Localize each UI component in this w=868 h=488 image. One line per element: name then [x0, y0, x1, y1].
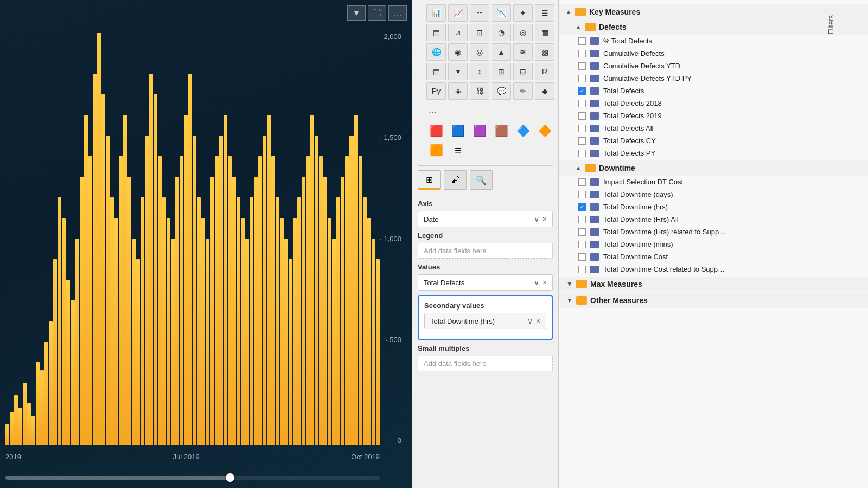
chart-edit-icon[interactable]: ✏: [513, 82, 533, 100]
checkbox-total-defects-all[interactable]: [578, 125, 586, 132]
chart-grid-icon[interactable]: ⊞: [492, 63, 511, 80]
chart-link-icon[interactable]: ⛓: [470, 82, 489, 100]
checkbox-total-defects-2019[interactable]: [578, 112, 586, 120]
checkbox-total-downtime-hrs-all[interactable]: [578, 216, 586, 223]
more-button[interactable]: …: [388, 5, 407, 21]
chart-slider-handle[interactable]: [226, 473, 234, 482]
vis-type-1[interactable]: 🟥: [426, 122, 446, 139]
vis-format-icon[interactable]: ≡: [448, 142, 468, 159]
item-cumulative-defects[interactable]: Cumulative Defects: [559, 47, 868, 60]
chart-table-icon[interactable]: ▤: [426, 63, 446, 80]
label-total-downtime-hrs-all: Total Downtime (Hrs) All: [603, 215, 679, 223]
tree-header-key-measures[interactable]: ▲ Key Measures: [559, 4, 868, 20]
checkbox-total-downtime-cost-supp[interactable]: [578, 266, 586, 273]
checkbox-total-downtime-days[interactable]: [578, 191, 586, 198]
vis-type-7[interactable]: 🟧: [426, 142, 446, 159]
tree-header-max-measures[interactable]: ▼ Max Measures: [559, 277, 868, 292]
tab-fields[interactable]: ⊞: [418, 170, 441, 190]
chart-stacked-icon[interactable]: ▦: [426, 24, 446, 41]
chart-dot-icon[interactable]: ⊡: [470, 24, 489, 41]
chart-pivot-icon[interactable]: ⊟: [513, 63, 533, 80]
checkbox-total-defects-cy[interactable]: [578, 137, 586, 145]
chart-r-icon[interactable]: R: [535, 63, 554, 80]
vis-type-2[interactable]: 🟦: [448, 122, 468, 139]
tree-header-defects[interactable]: ▲ Defects: [559, 20, 868, 35]
item-total-defects-2019[interactable]: Total Defects 2019: [559, 110, 868, 122]
axis-field[interactable]: Date ∨ ×: [418, 211, 553, 227]
item-total-downtime-cost[interactable]: Total Downtime Cost: [559, 251, 868, 263]
filter-button[interactable]: ▼: [347, 5, 366, 21]
secondary-chevron[interactable]: ∨: [527, 317, 533, 325]
checkbox-total-defects-2018[interactable]: [578, 100, 586, 107]
axis-close[interactable]: ×: [542, 215, 547, 223]
checkbox-total-defects-py[interactable]: [578, 150, 586, 157]
chart-bubble-icon[interactable]: ◉: [448, 43, 468, 61]
checkbox-total-downtime-hrs[interactable]: [578, 203, 586, 211]
chart-decomp-icon[interactable]: ↕: [470, 63, 489, 80]
vis-type-4[interactable]: 🟫: [492, 122, 511, 139]
secondary-values-field[interactable]: Total Downtime (hrs) ∨ ×: [424, 313, 546, 329]
item-total-defects-2018[interactable]: Total Defects 2018: [559, 97, 868, 110]
chart-comment-icon[interactable]: 💬: [492, 82, 511, 100]
item-pct-total-defects[interactable]: % Total Defects: [559, 35, 868, 47]
values-close[interactable]: ×: [542, 278, 547, 287]
checkbox-total-defects[interactable]: [578, 87, 586, 95]
expand-button[interactable]: ⛶: [368, 5, 386, 21]
chart-line-icon[interactable]: 📈: [448, 4, 468, 22]
item-total-downtime-hrs[interactable]: Total Downtime (hrs): [559, 201, 868, 213]
checkbox-total-downtime-cost[interactable]: [578, 253, 586, 261]
chart-scatter-icon[interactable]: ✦: [513, 4, 533, 22]
item-total-defects[interactable]: Total Defects: [559, 85, 868, 97]
checkbox-impact-dt-cost[interactable]: [578, 178, 586, 186]
chart-bar-icon[interactable]: 📊: [426, 4, 446, 22]
chart-gauge-icon[interactable]: ▲: [492, 43, 511, 61]
item-total-defects-cy[interactable]: Total Defects CY: [559, 134, 868, 147]
checkbox-cumulative-defects-ytd-py[interactable]: [578, 75, 586, 82]
checkbox-total-downtime-hrs-supp[interactable]: [578, 228, 586, 236]
item-impact-dt-cost[interactable]: Impact Selection DT Cost: [559, 176, 868, 188]
checkbox-cumulative-defects-ytd[interactable]: [578, 62, 586, 70]
tab-analytics[interactable]: 🔍: [470, 170, 493, 190]
chart-card-icon[interactable]: ▩: [535, 43, 554, 61]
chart-waterfall-icon[interactable]: 📉: [492, 4, 511, 22]
values-chevron[interactable]: ∨: [534, 278, 539, 287]
chart-map-icon[interactable]: 🌐: [426, 43, 446, 61]
chart-donut-icon[interactable]: ◎: [513, 24, 533, 41]
chart-py-icon[interactable]: Py: [426, 82, 446, 100]
axis-chevron[interactable]: ∨: [534, 215, 539, 223]
item-total-defects-py[interactable]: Total Defects PY: [559, 147, 868, 159]
chart-shape-icon[interactable]: ◆: [535, 82, 554, 100]
checkbox-total-downtime-mins[interactable]: [578, 241, 586, 248]
chart-matrix2-icon[interactable]: ▾: [448, 63, 468, 80]
downtime-label: Downtime: [599, 164, 635, 172]
tree-header-downtime[interactable]: ▲ Downtime: [559, 160, 868, 176]
chart-kpi-icon[interactable]: ≋: [513, 43, 533, 61]
chart-treemap-icon[interactable]: ▦: [535, 24, 554, 41]
vis-type-5[interactable]: 🔷: [513, 122, 533, 139]
item-cumulative-defects-ytd-py[interactable]: Cumulative Defects YTD PY: [559, 72, 868, 85]
chart-funnel-icon[interactable]: ⊿: [448, 24, 468, 41]
item-total-downtime-hrs-all[interactable]: Total Downtime (Hrs) All: [559, 213, 868, 226]
chart-area-icon[interactable]: 〰: [470, 4, 489, 22]
item-total-downtime-days[interactable]: Total Downtime (days): [559, 188, 868, 201]
chart-slider[interactable]: [5, 476, 380, 480]
item-cumulative-defects-ytd[interactable]: Cumulative Defects YTD: [559, 60, 868, 72]
chart-bar: [310, 115, 314, 445]
chart-combo-icon[interactable]: ☰: [535, 4, 554, 22]
vis-type-6[interactable]: 🔶: [535, 122, 554, 139]
checkbox-cumulative-defects[interactable]: [578, 50, 586, 57]
chart-matrix-icon[interactable]: ◎: [470, 43, 489, 61]
item-total-downtime-hrs-supp[interactable]: Total Downtime (Hrs) related to Supp…: [559, 226, 868, 238]
item-total-downtime-cost-supp[interactable]: Total Downtime Cost related to Supp…: [559, 263, 868, 275]
chart-pie-icon[interactable]: ◔: [492, 24, 511, 41]
more-icons[interactable]: ...: [426, 102, 439, 118]
item-total-defects-all[interactable]: Total Defects All: [559, 122, 868, 134]
vis-type-3[interactable]: 🟪: [470, 122, 489, 139]
chart-qr-icon[interactable]: ◈: [448, 82, 468, 100]
tree-header-other-measures[interactable]: ▼ Other Measures: [559, 293, 868, 308]
secondary-close[interactable]: ×: [536, 317, 540, 325]
values-field[interactable]: Total Defects ∨ ×: [418, 274, 553, 291]
tab-format[interactable]: 🖌: [444, 170, 467, 190]
item-total-downtime-mins[interactable]: Total Downtime (mins): [559, 238, 868, 251]
checkbox-pct-total-defects[interactable]: [578, 37, 586, 45]
